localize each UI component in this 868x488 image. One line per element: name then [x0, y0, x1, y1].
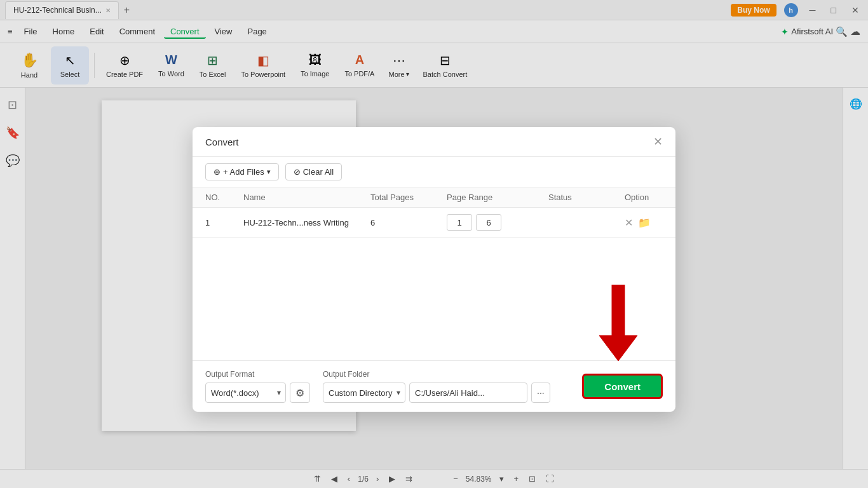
table-body: 1 HU-212-Techn...ness Writing 6 ✕ 📁 — [193, 208, 675, 360]
remove-file-button[interactable]: ✕ — [625, 217, 633, 229]
path-input[interactable] — [409, 383, 527, 403]
col-no: NO. — [205, 193, 243, 202]
dialog-close-button[interactable]: ✕ — [653, 135, 663, 149]
page-to-input[interactable] — [476, 214, 501, 231]
output-format-section: Output Format Word(*.docx) Excel(*.xlsx)… — [205, 370, 310, 403]
clear-all-button[interactable]: ⊘ Clear All — [285, 163, 342, 180]
page-from-input[interactable] — [447, 214, 472, 231]
dialog-header: Convert ✕ — [193, 127, 675, 157]
clear-all-label: Clear All — [303, 167, 334, 177]
file-options: ✕ 📁 — [625, 217, 663, 229]
file-name: HU-212-Techn...ness Writing — [243, 218, 370, 227]
format-settings-button[interactable]: ⚙ — [290, 383, 310, 403]
clear-all-icon: ⊘ — [294, 167, 301, 177]
folder-select[interactable]: Custom Directory Same as Source — [323, 383, 405, 403]
dialog-title: Convert — [205, 137, 239, 147]
col-name: Name — [243, 193, 370, 202]
convert-dialog: Convert ✕ ⊕ + Add Files ▾ ⊘ Clear All NO… — [193, 127, 675, 412]
output-folder-section: Output Folder Custom Directory Same as S… — [323, 370, 550, 403]
convert-button[interactable]: Convert — [582, 374, 663, 399]
format-select-wrapper: Word(*.docx) Excel(*.xlsx) PowerPoint(*.… — [205, 383, 286, 403]
col-page-range: Page Range — [447, 193, 548, 202]
browse-button[interactable]: ··· — [531, 383, 550, 403]
output-folder-label: Output Folder — [323, 370, 550, 379]
open-folder-button[interactable]: 📁 — [638, 217, 651, 229]
output-format-label: Output Format — [205, 370, 310, 379]
add-files-label: + Add Files — [223, 167, 264, 177]
dialog-overlay: Convert ✕ ⊕ + Add Files ▾ ⊘ Clear All NO… — [0, 0, 868, 488]
file-table: NO. Name Total Pages Page Range Status O… — [193, 187, 675, 360]
file-no: 1 — [205, 218, 243, 227]
folder-select-wrapper: Custom Directory Same as Source — [323, 383, 405, 403]
format-select[interactable]: Word(*.docx) Excel(*.xlsx) PowerPoint(*.… — [205, 383, 286, 403]
add-files-button[interactable]: ⊕ + Add Files ▾ — [205, 163, 279, 180]
add-files-dropdown-icon: ▾ — [267, 168, 271, 176]
col-total-pages: Total Pages — [370, 193, 447, 202]
add-files-icon: ⊕ — [214, 167, 220, 177]
col-status: Status — [548, 193, 625, 202]
dialog-footer: Output Format Word(*.docx) Excel(*.xlsx)… — [193, 360, 675, 412]
format-controls: Word(*.docx) Excel(*.xlsx) PowerPoint(*.… — [205, 383, 310, 403]
dialog-toolbar: ⊕ + Add Files ▾ ⊘ Clear All — [193, 157, 675, 187]
table-header: NO. Name Total Pages Page Range Status O… — [193, 187, 675, 208]
table-row: 1 HU-212-Techn...ness Writing 6 ✕ 📁 — [193, 208, 675, 238]
page-range — [447, 214, 548, 231]
file-total-pages: 6 — [370, 218, 447, 227]
col-option: Option — [625, 193, 663, 202]
folder-controls: Custom Directory Same as Source ··· — [323, 383, 550, 403]
